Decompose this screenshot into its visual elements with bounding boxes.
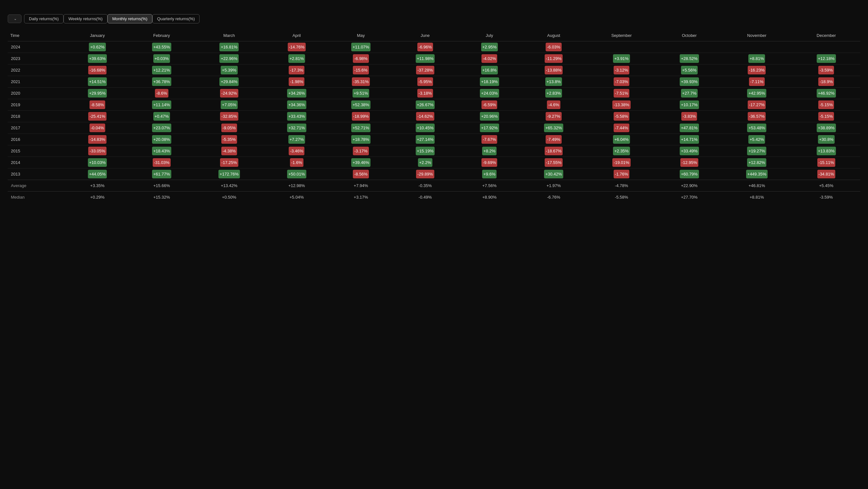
footer-value: +12.98% bbox=[265, 180, 329, 191]
positive-return: +172.76% bbox=[218, 170, 240, 178]
value-cell: -17.27% bbox=[721, 99, 792, 111]
negative-return: -4.38% bbox=[221, 147, 237, 155]
value-cell: +172.76% bbox=[194, 169, 265, 180]
col-header-april: April bbox=[265, 30, 329, 41]
value-cell: +27.7% bbox=[657, 88, 721, 99]
tab-monthly-returns---[interactable]: Monthly returns(%) bbox=[107, 14, 152, 24]
value-cell: +14.51% bbox=[65, 76, 129, 88]
tab-group: Daily returns(%)Weekly returns(%)Monthly… bbox=[24, 14, 199, 24]
positive-return: +20.08% bbox=[152, 135, 171, 144]
value-cell: +9.6% bbox=[457, 169, 522, 180]
positive-return: +52.71% bbox=[351, 124, 371, 132]
negative-return: -16.68% bbox=[88, 66, 106, 74]
toolbar: ⌄ Daily returns(%)Weekly returns(%)Month… bbox=[8, 14, 860, 24]
value-cell: -11.29% bbox=[522, 53, 586, 64]
positive-return: +39.93% bbox=[680, 77, 699, 86]
positive-return: +65.32% bbox=[544, 124, 563, 132]
value-cell: +46.92% bbox=[792, 88, 860, 99]
value-cell: +39.46% bbox=[329, 157, 393, 169]
negative-return: -1.98% bbox=[289, 77, 304, 86]
value-cell: +0.03% bbox=[130, 53, 194, 64]
value-cell: -34.81% bbox=[792, 169, 860, 180]
value-cell: -15.6% bbox=[329, 64, 393, 76]
value-cell: -8.6% bbox=[130, 88, 194, 99]
footer-row-median: Median+0.29%+15.32%+0.50%+5.04%+3.17%-0.… bbox=[8, 191, 860, 203]
value-cell: +61.77% bbox=[130, 169, 194, 180]
positive-return: +60.79% bbox=[680, 170, 699, 178]
positive-return: +8.81% bbox=[748, 54, 765, 63]
negative-return: -8.6% bbox=[155, 89, 168, 97]
col-header-november: November bbox=[721, 30, 792, 41]
tab-daily-returns---[interactable]: Daily returns(%) bbox=[24, 14, 63, 24]
value-cell: +44.05% bbox=[65, 169, 129, 180]
positive-return: +11.98% bbox=[416, 54, 435, 63]
negative-return: -14.83% bbox=[88, 135, 106, 144]
footer-value: -0.35% bbox=[393, 180, 457, 191]
positive-return: +22.96% bbox=[219, 54, 239, 63]
negative-return: -14.62% bbox=[416, 112, 434, 121]
tab-quarterly-returns---[interactable]: Quarterly returns(%) bbox=[152, 14, 200, 24]
value-cell: -4.6% bbox=[522, 99, 586, 111]
value-cell: -18.99% bbox=[329, 111, 393, 122]
negative-return: -36.57% bbox=[748, 112, 766, 121]
negative-return: -1.76% bbox=[614, 170, 629, 178]
value-cell: -29.89% bbox=[393, 169, 457, 180]
value-cell: +8.81% bbox=[721, 53, 792, 64]
negative-return: -8.56% bbox=[353, 170, 369, 178]
value-cell: +13.83% bbox=[792, 145, 860, 157]
value-cell: -18.9% bbox=[792, 76, 860, 88]
negative-return: -29.89% bbox=[416, 170, 434, 178]
year-cell: 2023 bbox=[8, 53, 65, 64]
positive-return: +33.43% bbox=[287, 112, 306, 121]
positive-return: +16.8% bbox=[481, 66, 498, 74]
positive-return: +42.95% bbox=[747, 89, 766, 97]
positive-return: +14.51% bbox=[88, 77, 107, 86]
positive-return: +29.95% bbox=[88, 89, 107, 97]
value-cell: -9.05% bbox=[194, 122, 265, 134]
value-cell: -25.41% bbox=[65, 111, 129, 122]
footer-value: +15.66% bbox=[130, 180, 194, 191]
col-header-december: December bbox=[792, 30, 860, 41]
value-cell: +52.71% bbox=[329, 122, 393, 134]
value-cell: -5.15% bbox=[792, 111, 860, 122]
negative-return: -9.27% bbox=[546, 112, 561, 121]
col-header-time: Time bbox=[8, 30, 65, 41]
value-cell: -3.83% bbox=[657, 111, 721, 122]
value-cell: -12.95% bbox=[657, 157, 721, 169]
value-cell: +5.39% bbox=[194, 64, 265, 76]
value-cell: -13.88% bbox=[522, 64, 586, 76]
value-cell: +7.27% bbox=[265, 134, 329, 145]
positive-return: +10.17% bbox=[680, 100, 699, 109]
negative-return: -25.41% bbox=[88, 112, 106, 121]
negative-return: -4.6% bbox=[547, 100, 560, 109]
positive-return: +18.78% bbox=[351, 135, 371, 144]
asset-selector[interactable]: ⌄ bbox=[8, 14, 22, 23]
negative-return: -6.98% bbox=[353, 54, 369, 63]
value-cell: +11.07% bbox=[329, 41, 393, 53]
negative-return: -8.58% bbox=[90, 100, 105, 109]
value-cell: -3.46% bbox=[265, 145, 329, 157]
footer-value: +7.56% bbox=[457, 180, 522, 191]
positive-return: +14.71% bbox=[680, 135, 699, 144]
col-header-may: May bbox=[329, 30, 393, 41]
footer-value: +15.32% bbox=[130, 191, 194, 203]
negative-return: -15.6% bbox=[353, 66, 369, 74]
negative-return: -18.67% bbox=[545, 147, 563, 155]
negative-return: -17.25% bbox=[220, 158, 238, 167]
value-cell: -14.83% bbox=[65, 134, 129, 145]
negative-return: -5.58% bbox=[614, 112, 629, 121]
value-cell: +449.35% bbox=[721, 169, 792, 180]
value-cell: -19.01% bbox=[586, 157, 657, 169]
positive-return: +53.48% bbox=[747, 124, 766, 132]
positive-return: +52.38% bbox=[351, 100, 371, 109]
tab-weekly-returns---[interactable]: Weekly returns(%) bbox=[63, 14, 107, 24]
year-cell: 2019 bbox=[8, 99, 65, 111]
table-row: 2017-0.04%+23.07%-9.05%+32.71%+52.71%+10… bbox=[8, 122, 860, 134]
positive-return: +7.27% bbox=[288, 135, 305, 144]
footer-value: +27.70% bbox=[657, 191, 721, 203]
negative-return: -5.15% bbox=[818, 112, 834, 121]
value-cell: +28.52% bbox=[657, 53, 721, 64]
value-cell: -3.18% bbox=[393, 88, 457, 99]
value-cell: +20.96% bbox=[457, 111, 522, 122]
returns-table: TimeJanuaryFebruaryMarchAprilMayJuneJuly… bbox=[8, 30, 860, 203]
